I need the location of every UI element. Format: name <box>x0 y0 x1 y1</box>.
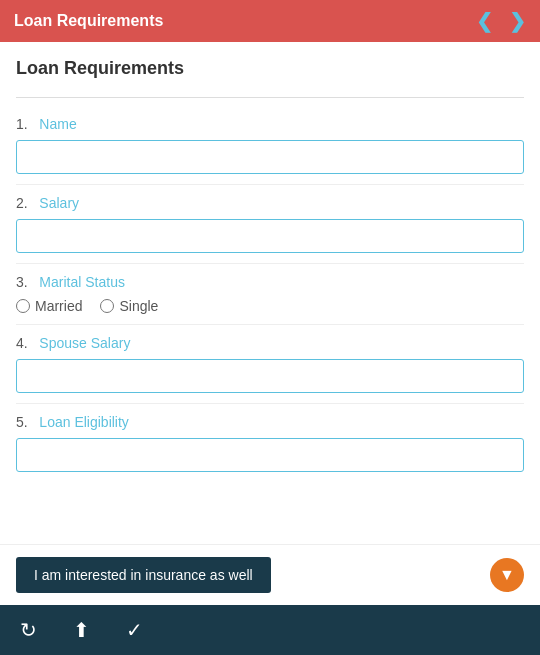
header-nav: ❮ ❯ <box>476 9 526 33</box>
field-salary-label: 2. Salary <box>16 195 524 211</box>
expand-button[interactable]: ▼ <box>490 558 524 592</box>
married-radio[interactable] <box>16 299 30 313</box>
married-radio-label[interactable]: Married <box>16 298 82 314</box>
field-spouse-number: 4. <box>16 335 28 351</box>
expand-icon: ▼ <box>499 566 515 584</box>
field-name-number: 1. <box>16 116 28 132</box>
field-spouse-label: 4. Spouse Salary <box>16 335 524 351</box>
single-radio[interactable] <box>100 299 114 313</box>
field-marital-section: 3. Marital Status Married Single <box>16 264 524 325</box>
main-content: Loan Requirements 1. Name 2. Salary 3. <box>0 42 540 544</box>
insurance-button[interactable]: I am interested in insurance as well <box>16 557 271 593</box>
field-name-text: Name <box>39 116 76 132</box>
field-salary-number: 2. <box>16 195 28 211</box>
field-marital-label: 3. Marital Status <box>16 274 524 290</box>
name-input[interactable] <box>16 140 524 174</box>
field-name-label: 1. Name <box>16 116 524 132</box>
field-loan-number: 5. <box>16 414 28 430</box>
next-button[interactable]: ❯ <box>509 9 526 33</box>
field-marital-number: 3. <box>16 274 28 290</box>
field-name-section: 1. Name <box>16 106 524 185</box>
single-radio-label[interactable]: Single <box>100 298 158 314</box>
insurance-bar: I am interested in insurance as well ▼ <box>0 544 540 605</box>
marital-radio-group: Married Single <box>16 298 524 314</box>
header-title: Loan Requirements <box>14 12 163 30</box>
form-page-title: Loan Requirements <box>16 58 524 79</box>
field-loan-label: 5. Loan Eligibility <box>16 414 524 430</box>
title-divider <box>16 97 524 98</box>
upload-button[interactable]: ⬆ <box>73 618 90 642</box>
check-button[interactable]: ✓ <box>126 618 143 642</box>
salary-input[interactable] <box>16 219 524 253</box>
field-loan-section: 5. Loan Eligibility <box>16 404 524 482</box>
page-wrapper: Loan Requirements ❮ ❯ Loan Requirements … <box>0 0 540 655</box>
loan-eligibility-input[interactable] <box>16 438 524 472</box>
spouse-salary-input[interactable] <box>16 359 524 393</box>
field-salary-section: 2. Salary <box>16 185 524 264</box>
married-label-text: Married <box>35 298 82 314</box>
field-marital-text: Marital Status <box>39 274 125 290</box>
prev-button[interactable]: ❮ <box>476 9 493 33</box>
single-label-text: Single <box>119 298 158 314</box>
field-salary-text: Salary <box>39 195 79 211</box>
field-spouse-section: 4. Spouse Salary <box>16 325 524 404</box>
field-spouse-text: Spouse Salary <box>39 335 130 351</box>
header-bar: Loan Requirements ❮ ❯ <box>0 0 540 42</box>
refresh-button[interactable]: ↻ <box>20 618 37 642</box>
bottom-toolbar: ↻ ⬆ ✓ <box>0 605 540 655</box>
field-loan-text: Loan Eligibility <box>39 414 129 430</box>
